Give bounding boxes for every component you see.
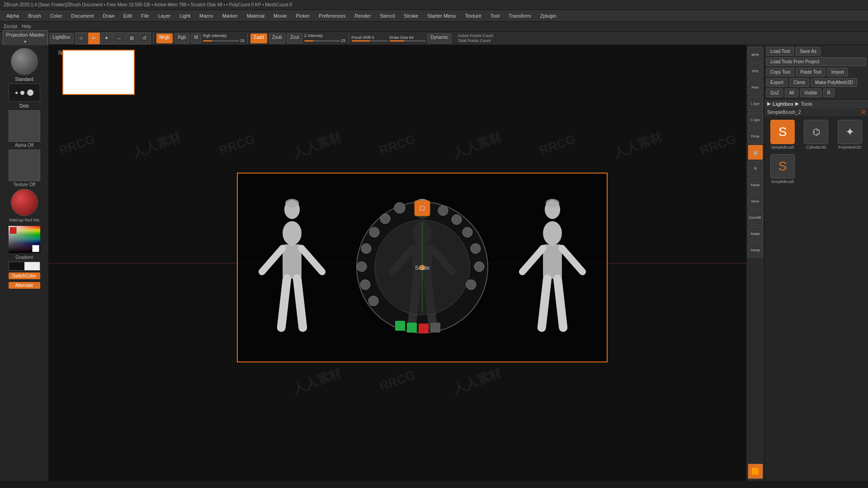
floor-btn[interactable]: Floor	[748, 80, 763, 95]
zcut-btn[interactable]: Zcut	[287, 33, 302, 43]
foreground-color[interactable]	[9, 227, 17, 234]
svg-point-36	[438, 206, 448, 216]
mrgb-btn[interactable]: Mrgb	[156, 33, 173, 43]
projection-master-btn[interactable]: Projection Master ▼	[3, 30, 48, 46]
gradient-bar[interactable]	[9, 262, 40, 271]
canvas-area[interactable]: RRCG人人素材 RRCG人人素材 RRCG人人素材 RRCG人人素材 RRCG…	[49, 45, 746, 481]
menu-stroke[interactable]: Stroke	[400, 12, 422, 19]
tool-simplebrush-normal[interactable]: S SimpleBrush	[766, 152, 799, 186]
active-tool-btn[interactable]: 🟧	[748, 464, 763, 479]
tool-simplebrush-orange[interactable]: S SimpleBrush	[766, 118, 799, 151]
menu-transform[interactable]: Transform	[505, 12, 535, 19]
draw-size-slider[interactable]	[390, 40, 426, 42]
menu-starter[interactable]: Starter Menu	[424, 12, 460, 19]
load-tool-btn[interactable]: Load Tool	[766, 47, 794, 56]
dynamic-btn[interactable]: Dynamic	[428, 33, 452, 43]
left-panel: Standard Dots Alpha Off Texture Off MatC…	[0, 45, 49, 481]
cylinder3d-icon[interactable]: ⌬	[804, 120, 828, 144]
menu-movie[interactable]: Movie	[270, 12, 290, 19]
move-icon2[interactable]: ↔	[113, 33, 125, 44]
menu-color[interactable]: Color	[47, 12, 66, 19]
bpr-btn[interactable]: BPR	[748, 47, 763, 62]
c-sym-btn[interactable]: C Sym	[748, 112, 763, 127]
save-as-btn[interactable]: Save As	[796, 47, 821, 56]
r-btn[interactable]: R	[823, 89, 835, 97]
brush-preview[interactable]	[11, 48, 38, 75]
persp-btn[interactable]: Persp	[748, 128, 763, 144]
solo-btn[interactable]: ◉	[748, 145, 763, 160]
menu-alpha[interactable]: Alpha	[3, 12, 23, 19]
visible-btn[interactable]: Visible	[800, 89, 821, 97]
menu-draw[interactable]: Draw	[99, 12, 118, 19]
zsub-btn[interactable]: Zsub	[269, 33, 285, 43]
menu-render[interactable]: Render	[351, 12, 374, 19]
rgb-btn[interactable]: Rgb	[175, 33, 189, 43]
zoom3d-btn[interactable]: Zoom3D	[748, 210, 763, 225]
help-label[interactable]: Help	[22, 24, 31, 29]
z-intensity-slider[interactable]	[304, 40, 340, 42]
menu-layer[interactable]: Layer	[155, 12, 175, 19]
polymesh3d-icon[interactable]: ✦	[838, 120, 862, 144]
rgb-intensity-slider[interactable]	[203, 40, 239, 42]
alpha-section: Alpha Off	[2, 110, 47, 148]
tool-polymesh3d[interactable]: ✦ PolyMesh3D	[834, 118, 866, 151]
simplebrush-r-btn[interactable]: R	[862, 109, 865, 115]
menu-marker[interactable]: Marker	[219, 12, 241, 19]
draw-icon[interactable]: ✏	[88, 33, 100, 44]
edit-icon[interactable]: ✦	[101, 33, 113, 44]
lightbox-btn[interactable]: LightBox	[50, 33, 74, 43]
menu-picker[interactable]: Picker	[292, 12, 313, 19]
transp-btn[interactable]: Transp	[748, 242, 763, 258]
menu-texture[interactable]: Texture	[462, 12, 485, 19]
focal-shift-slider[interactable]	[352, 40, 388, 42]
texture-preview[interactable]	[9, 150, 40, 181]
all-btn[interactable]: All	[785, 89, 798, 97]
zadd-btn[interactable]: Zadd	[250, 33, 267, 43]
scale-icon[interactable]: ⊞	[126, 33, 138, 44]
make-polymesh-btn[interactable]: Make PolyMesh3D	[811, 78, 857, 87]
rotate-icon2[interactable]: ↺	[139, 33, 151, 44]
export-btn[interactable]: Export	[766, 78, 788, 87]
copy-tool-btn[interactable]: Copy Tool	[766, 68, 794, 76]
menu-macro[interactable]: Macro	[196, 12, 217, 19]
menu-stencil[interactable]: Stencil	[376, 12, 398, 19]
menu-preferences[interactable]: Preferences	[315, 12, 349, 19]
dots-preview[interactable]	[9, 84, 40, 102]
spotlight-wheel[interactable]: □	[354, 200, 490, 335]
menu-document[interactable]: Document	[67, 12, 97, 19]
simplebrush-orange-icon[interactable]: S	[770, 120, 795, 144]
goz-btn[interactable]: GoZ	[766, 89, 783, 97]
alternate-btn[interactable]: Alternate	[9, 282, 40, 289]
clone-btn[interactable]: Clone	[789, 78, 809, 87]
menu-brush[interactable]: Brush	[24, 12, 45, 19]
l-sym-btn[interactable]: L Sym	[748, 96, 763, 111]
grid-btn[interactable]: ⊞	[748, 161, 763, 176]
spi-btn[interactable]: SPIz	[748, 63, 763, 79]
zscript-label[interactable]: Zscript	[4, 24, 17, 29]
menu-tool[interactable]: Tool	[487, 12, 503, 19]
background-color[interactable]	[32, 245, 39, 252]
gradient-label: Gradient	[15, 255, 33, 260]
menubar: Alpha Brush Color Document Draw Edit Fil…	[0, 10, 868, 22]
svg-point-0	[283, 221, 302, 245]
menu-light[interactable]: Light	[176, 12, 194, 19]
tool-cylinder3d[interactable]: ⌬ Cylinder3D	[800, 118, 832, 151]
menu-material[interactable]: Material	[243, 12, 268, 19]
import-btn[interactable]: Import	[827, 68, 848, 76]
move-btn[interactable]: Move	[748, 193, 763, 209]
switch-color-btn[interactable]: SwitchColor	[9, 272, 40, 279]
select-icon[interactable]: ⊹	[75, 33, 87, 44]
menu-zplugin[interactable]: Zplugin	[537, 12, 560, 19]
menu-edit[interactable]: Edit	[120, 12, 136, 19]
matcap-preview[interactable]	[11, 189, 38, 216]
color-picker[interactable]	[9, 226, 40, 253]
menu-file[interactable]: File	[137, 12, 153, 19]
frame-btn[interactable]: Frame	[748, 177, 763, 192]
rotate3d-btn[interactable]: Rotate	[748, 226, 763, 241]
paste-tool-btn[interactable]: Paste Tool	[796, 68, 826, 76]
simplebrush-normal-icon[interactable]: S	[770, 154, 795, 178]
alpha-preview[interactable]	[9, 110, 40, 142]
load-tools-project-btn[interactable]: Load Tools From Project	[766, 57, 866, 66]
svg-rect-27	[395, 321, 405, 331]
m-btn[interactable]: M	[191, 33, 201, 43]
